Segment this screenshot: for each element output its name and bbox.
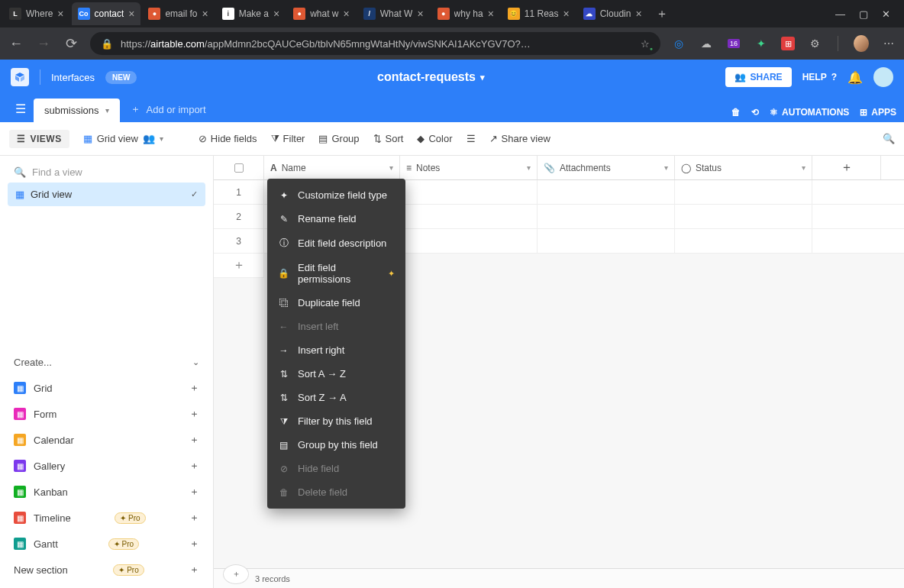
share-button[interactable]: 👥 SHARE (725, 67, 792, 87)
plus-icon[interactable]: ＋ (189, 381, 199, 395)
plus-icon[interactable]: ＋ (189, 511, 199, 525)
bell-icon[interactable]: 🔔 (848, 70, 863, 85)
browser-tab[interactable]: ●email fo× (142, 2, 214, 25)
menu-item-filter-by-this-field[interactable]: ⧩Filter by this field (267, 409, 405, 433)
tab-close-icon[interactable]: × (344, 8, 350, 20)
cell[interactable] (400, 205, 538, 228)
browser-tab[interactable]: ☁Cloudin× (577, 2, 648, 25)
window-maximize-icon[interactable]: ▢ (859, 8, 868, 20)
create-view-kanban[interactable]: ▦Kanban＋ (8, 480, 205, 504)
menu-item-customize-field-type[interactable]: ✦Customize field type (267, 183, 405, 207)
bookmark-icon[interactable]: ☆● (641, 38, 650, 50)
window-close-icon[interactable]: ✕ (882, 8, 890, 20)
filter-button[interactable]: ⧩Filter (271, 133, 305, 145)
column-header-attachments[interactable]: 📎 Attachments ▾ (538, 156, 675, 179)
tab-close-icon[interactable]: × (417, 8, 423, 20)
create-view-timeline[interactable]: ▦Timeline✦Pro＋ (8, 506, 205, 530)
browser-tab[interactable]: 😊11 Reas× (502, 2, 576, 25)
apps-button[interactable]: ⊞APPS (860, 107, 896, 118)
hide-fields-button[interactable]: ⊘Hide fields (199, 133, 257, 144)
cell[interactable] (538, 205, 675, 228)
cell[interactable] (675, 180, 812, 204)
plus-icon[interactable]: ＋ (189, 537, 199, 551)
menu-item-edit-field-description[interactable]: ⓘEdit field description (267, 231, 405, 256)
views-button[interactable]: ☰ VIEWS (9, 130, 69, 148)
menu-item-rename-field[interactable]: ✎Rename field (267, 207, 405, 231)
tab-close-icon[interactable]: × (128, 8, 134, 20)
plus-icon[interactable]: ＋ (189, 407, 199, 421)
new-section-button[interactable]: New section✦Pro＋ (8, 557, 205, 582)
add-or-import-button[interactable]: ＋ Add or import (120, 96, 217, 122)
cell[interactable] (538, 229, 675, 253)
help-button[interactable]: HELP ? (802, 72, 837, 82)
tab-close-icon[interactable]: × (273, 8, 279, 20)
sidebar-view-grid[interactable]: ▦ Grid view ✓ (8, 183, 205, 206)
browser-tab[interactable]: ●what w× (287, 2, 356, 25)
ext-1password-icon[interactable]: ◎ (671, 36, 686, 51)
chevron-down-icon[interactable]: ▾ (802, 163, 806, 172)
cell[interactable] (538, 180, 675, 204)
nav-forward-icon[interactable]: → (35, 36, 52, 52)
trash-icon[interactable]: 🗑 (731, 107, 741, 118)
browser-tab[interactable]: Cocontact× (72, 2, 141, 25)
ext-cloud-icon[interactable]: ☁ (699, 36, 714, 51)
sort-button[interactable]: ⇅Sort (373, 133, 404, 144)
create-view-gantt[interactable]: ▦Gantt✦Pro＋ (8, 531, 205, 556)
add-row-button[interactable]: ＋ (214, 254, 264, 278)
plus-icon[interactable]: ＋ (189, 433, 199, 447)
table-tab-submissions[interactable]: submissions ▾ (34, 99, 120, 122)
plus-icon[interactable]: ＋ (189, 563, 199, 577)
ext-star-icon[interactable]: ✦ (754, 36, 769, 51)
create-view-form[interactable]: ▦Form＋ (8, 402, 205, 426)
browser-menu-icon[interactable]: ⋯ (881, 36, 896, 51)
find-view-input[interactable]: 🔍 Find a view (8, 162, 205, 183)
plus-icon[interactable]: ＋ (189, 459, 199, 473)
share-view-button[interactable]: ↗Share view (489, 133, 550, 144)
ext-puzzle-icon[interactable]: ⚙ (807, 36, 822, 51)
group-button[interactable]: ▤Group (318, 133, 359, 144)
add-field-button[interactable]: ＋ (812, 156, 881, 179)
tab-close-icon[interactable]: × (488, 8, 494, 20)
ext-red-icon[interactable]: ⊞ (781, 37, 795, 50)
menu-item-sort-a-z[interactable]: ⇅Sort A → Z (267, 362, 405, 386)
browser-tab[interactable]: LWhere× (3, 2, 70, 25)
url-field[interactable]: 🔒 https://airtable.com/appMdmn2bcQAUCeGb… (90, 32, 660, 55)
browser-tab[interactable]: iMake a× (216, 2, 286, 25)
airtable-logo-icon[interactable] (11, 68, 29, 86)
cell[interactable] (400, 180, 538, 204)
browser-tab[interactable]: /What W× (357, 2, 430, 25)
menu-item-edit-field-permissions[interactable]: 🔒Edit field permissions✦ (267, 256, 405, 291)
chevron-down-icon[interactable]: ▾ (389, 163, 393, 172)
create-section-header[interactable]: Create... ⌄ (8, 349, 205, 376)
tab-close-icon[interactable]: × (635, 8, 641, 20)
menu-item-insert-right[interactable]: →Insert right (267, 338, 405, 362)
cell[interactable] (400, 229, 538, 253)
plus-icon[interactable]: ＋ (189, 485, 199, 499)
window-minimize-icon[interactable]: — (835, 8, 845, 20)
interfaces-link[interactable]: Interfaces (51, 72, 95, 83)
select-all-checkbox[interactable] (214, 156, 264, 179)
create-view-grid[interactable]: ▦Grid＋ (8, 376, 205, 400)
base-name[interactable]: contact-requests ▾ (377, 70, 485, 84)
ext-badge-icon[interactable]: 16 (726, 36, 741, 51)
new-tab-button[interactable]: ＋ (650, 3, 674, 25)
menu-item-group-by-this-field[interactable]: ▤Group by this field (267, 433, 405, 457)
chevron-down-icon[interactable]: ▾ (527, 163, 531, 172)
hamburger-icon[interactable]: ☰ (8, 95, 34, 122)
nav-reload-icon[interactable]: ⟳ (63, 35, 79, 52)
column-header-notes[interactable]: ≡ Notes ▾ (400, 156, 538, 179)
tab-close-icon[interactable]: × (202, 8, 208, 20)
create-view-gallery[interactable]: ▦Gallery＋ (8, 454, 205, 478)
history-icon[interactable]: ⟲ (751, 107, 759, 118)
menu-item-duplicate-field[interactable]: ⿻Duplicate field (267, 291, 405, 315)
cell[interactable] (675, 205, 812, 228)
search-icon[interactable]: 🔍 (883, 133, 895, 144)
column-header-name[interactable]: A Name ▾ (264, 156, 400, 179)
browser-tab[interactable]: ●why ha× (431, 2, 500, 25)
column-header-status[interactable]: ◯ Status ▾ (675, 156, 812, 179)
automations-button[interactable]: ⚛AUTOMATIONS (770, 107, 849, 118)
profile-avatar-icon[interactable] (854, 36, 869, 51)
chevron-down-icon[interactable]: ▾ (664, 163, 668, 172)
add-record-fab[interactable]: ＋ (223, 564, 249, 584)
menu-item-sort-z-a[interactable]: ⇅Sort Z → A (267, 386, 405, 409)
